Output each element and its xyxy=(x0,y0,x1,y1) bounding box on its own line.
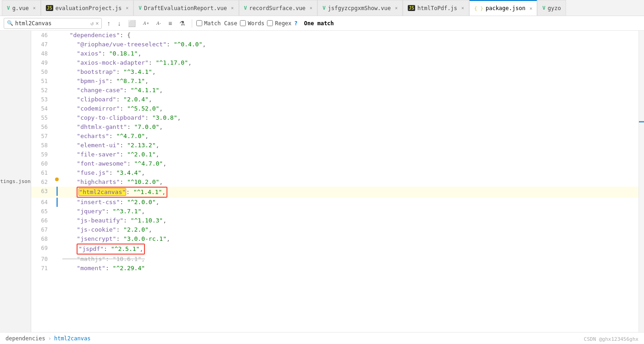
line-content: "axios": "0.18.1", xyxy=(61,49,638,58)
gutter-bar xyxy=(56,198,58,207)
prev-match-button[interactable]: ↑ xyxy=(105,18,112,28)
close-icon[interactable]: × xyxy=(461,6,464,11)
close-icon[interactable]: × xyxy=(33,6,36,11)
code-line: 59 "file-saver": "^2.0.1", xyxy=(31,150,638,159)
line-number: 62 xyxy=(31,178,53,187)
line-content: "copy-to-clipboard": "3.0.8", xyxy=(61,113,638,122)
search-input[interactable] xyxy=(15,20,89,27)
line-content: "bootstrap": "^3.4.1", xyxy=(61,67,638,77)
close-icon[interactable]: × xyxy=(529,6,532,11)
line-number: 66 xyxy=(31,216,53,225)
breadcrumb-bar: dependencies › html2canvas xyxy=(0,332,644,344)
remove-cursor-button[interactable]: 𝐴- xyxy=(154,19,163,28)
line-number: 53 xyxy=(31,95,53,104)
sidebar-label: tings.json xyxy=(0,31,31,332)
code-line: 54 "codemirror": "^5.52.0", xyxy=(31,104,638,113)
regex-checkbox[interactable] xyxy=(267,20,273,26)
line-content: "dependencies": { xyxy=(61,31,638,40)
line-content: "change-case": "^4.1.1", xyxy=(61,86,638,95)
code-line: 68 "jsencrypt": "3.0.0-rc.1", xyxy=(31,234,638,244)
next-match-button[interactable]: ↓ xyxy=(115,18,123,28)
toggle-replace-button[interactable]: ⬜ xyxy=(126,18,138,28)
breadcrumb-item-html2canvas: html2canvas xyxy=(54,335,90,342)
close-icon[interactable]: × xyxy=(310,6,312,11)
line-number: 65 xyxy=(31,207,53,216)
line-number: 63 xyxy=(31,187,53,196)
json-icon: { } xyxy=(474,6,483,11)
line-number: 61 xyxy=(31,168,53,178)
tab-record-vue[interactable]: V recordSurface.vue × xyxy=(239,0,317,16)
words-label[interactable]: Words xyxy=(240,20,264,27)
close-icon[interactable]: × xyxy=(231,6,234,11)
gutter-bar xyxy=(56,187,58,196)
tab-bar: V g.vue × JS evaluationProject.js × V Dr… xyxy=(0,0,644,16)
line-content: "jsencrypt": "3.0.0-rc.1", xyxy=(61,234,638,244)
code-line: 66 "js-beautify": "^1.10.3", xyxy=(31,216,638,225)
match-case-text: Match Case xyxy=(204,20,237,27)
tab-draft-vue[interactable]: V DraftEvaluationReport.vue × xyxy=(133,0,239,16)
code-line: 49 "axios-mock-adapter": "^1.17.0", xyxy=(31,58,638,67)
code-line: 47 "@riophae/vue-treeselect": "^0.4.0", xyxy=(31,40,638,49)
line-number: 68 xyxy=(31,234,53,244)
close-search-icon[interactable]: × xyxy=(95,20,99,27)
code-line: 51 "bpmn-js": "^8.7.1", xyxy=(31,77,638,86)
line-number: 54 xyxy=(31,104,53,113)
vue-icon: V xyxy=(322,5,326,11)
tab-html-js[interactable]: JS htmlToPdf.js × xyxy=(403,0,469,16)
code-line: 57 "echarts": "^4.7.0", xyxy=(31,132,638,141)
match-case-checkbox[interactable] xyxy=(196,20,202,26)
line-content-highlight: "html2canvas": "^1.4.1", xyxy=(61,187,638,198)
line-content: "font-awesome": "^4.7.0", xyxy=(61,159,638,168)
match-case-label[interactable]: Match Case xyxy=(196,20,237,27)
line-content: "bpmn-js": "^8.7.1", xyxy=(61,77,638,86)
tab-package-json[interactable]: { } package.json × xyxy=(469,0,538,16)
line-content: "js-cookie": "2.2.0", xyxy=(61,225,638,234)
line-content: "codemirror": "^5.52.0", xyxy=(61,104,638,113)
line-content: "@riophae/vue-treeselect": "^0.4.0", xyxy=(61,40,638,49)
editor-container: tings.json 46 "dependencies": { 47 "@rio… xyxy=(0,31,644,332)
code-line: 46 "dependencies": { xyxy=(31,31,638,40)
line-content: "highcharts": "^10.2.0", xyxy=(61,178,638,187)
add-cursor-button[interactable]: 𝐴+ xyxy=(141,19,151,28)
close-icon[interactable]: × xyxy=(126,6,128,11)
match-result: One match xyxy=(304,20,334,27)
line-number: 71 xyxy=(31,264,53,273)
select-all-button[interactable]: ≡ xyxy=(166,18,174,28)
vue-icon: V xyxy=(542,5,545,11)
regex-label[interactable]: Regex xyxy=(267,20,291,27)
code-line: 65 "jquery": "^3.7.1", xyxy=(31,207,638,216)
vue-icon: V xyxy=(139,5,142,11)
help-button[interactable]: ? xyxy=(294,20,298,27)
words-checkbox[interactable] xyxy=(240,20,246,26)
code-area[interactable]: 46 "dependencies": { 47 "@riophae/vue-tr… xyxy=(31,31,638,332)
tab-label: htmlToPdf.js xyxy=(417,5,457,11)
code-line: 52 "change-case": "^4.1.1", xyxy=(31,86,638,95)
line-number: 60 xyxy=(31,159,53,168)
tab-label: recordSurface.vue xyxy=(249,5,305,11)
words-text: Words xyxy=(248,20,264,27)
code-line: 62 "highcharts": "^10.2.0", xyxy=(31,178,638,187)
line-content: "insert-css": "^2.0.0", xyxy=(61,198,638,207)
code-line: 50 "bootstrap": "^3.4.1", xyxy=(31,67,638,77)
line-number: 47 xyxy=(31,40,53,49)
regex-text: Regex xyxy=(275,20,291,27)
js-icon: JS xyxy=(46,5,53,11)
breadcrumb-item-dependencies: dependencies xyxy=(6,335,45,342)
toolbar-row: 🔍 ↺ × ↑ ↓ ⬜ 𝐴+ 𝐴- ≡ ⚗ Match Case Words R… xyxy=(0,16,644,31)
vue-icon: V xyxy=(7,5,10,11)
filter-button[interactable]: ⚗ xyxy=(177,18,188,28)
line-number: 49 xyxy=(31,58,53,67)
clear-icon[interactable]: ↺ xyxy=(90,20,94,27)
code-line: 53 "clipboard": "2.0.4", xyxy=(31,95,638,104)
tab-gyzo[interactable]: V gyzo xyxy=(537,0,566,16)
scroll-indicator xyxy=(638,31,644,332)
line-content: "echarts": "^4.7.0", xyxy=(61,132,638,141)
code-line: 56 "dhtmlx-gantt": "7.0.0", xyxy=(31,122,638,132)
tab-g-vue[interactable]: V g.vue × xyxy=(2,0,41,16)
tab-eval-js[interactable]: JS evaluationProject.js × xyxy=(41,0,134,16)
line-content: "jspdf": "^2.5.1", xyxy=(61,244,638,255)
close-icon[interactable]: × xyxy=(395,6,398,11)
js-icon: JS xyxy=(408,5,415,11)
tab-jsfg-vue[interactable]: V jsfgyzcpgxmShow.vue × xyxy=(317,0,403,16)
line-gutter xyxy=(53,187,61,196)
